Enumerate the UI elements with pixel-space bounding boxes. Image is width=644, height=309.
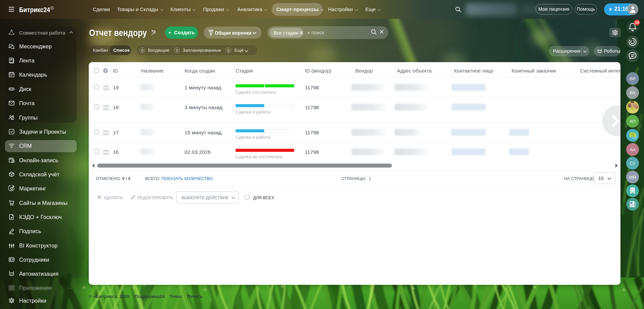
svg-text:ВА: ВА bbox=[630, 90, 636, 95]
svg-text:СУ: СУ bbox=[630, 161, 636, 166]
svg-text:ММ: ММ bbox=[629, 175, 636, 180]
svg-text:АП: АП bbox=[630, 119, 636, 124]
svg-text:АА: АА bbox=[630, 147, 636, 152]
svg-text:19: 19 bbox=[635, 20, 639, 25]
svg-text:BP: BP bbox=[630, 76, 635, 81]
